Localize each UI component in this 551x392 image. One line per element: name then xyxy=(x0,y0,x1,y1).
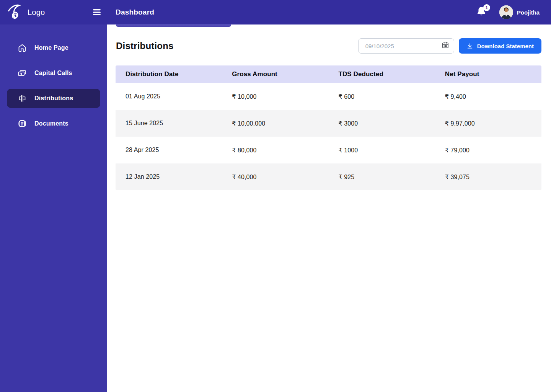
cell-distribution-date: 28 Apr 2025 xyxy=(116,147,222,154)
table-header-row: Distribution Date Gross Amount TDS Deduc… xyxy=(116,65,541,83)
cell-tds-deducted: ₹ 3000 xyxy=(329,120,435,127)
column-header-net-payout: Net Payout xyxy=(435,70,541,78)
sidebar-item-label: Capital Calls xyxy=(34,70,72,77)
sidebar-item-capital-calls[interactable]: Capital Calls xyxy=(7,64,100,83)
main-content: Distributions xyxy=(107,24,551,392)
notification-count-badge: 1 xyxy=(483,4,490,11)
cell-net-payout: ₹ 79,000 xyxy=(435,147,541,154)
cell-tds-deducted: ₹ 1000 xyxy=(329,147,435,154)
sidebar-item-label: Distributions xyxy=(34,95,73,102)
cell-distribution-date: 12 Jan 2025 xyxy=(116,173,222,180)
cell-distribution-date: 01 Aug 2025 xyxy=(116,93,222,100)
sidebar-item-documents[interactable]: Documents xyxy=(7,114,100,133)
cell-distribution-date: 15 June 2025 xyxy=(116,120,222,127)
user-avatar[interactable] xyxy=(499,5,513,19)
cell-tds-deducted: ₹ 925 xyxy=(329,173,435,181)
table-row[interactable]: 15 June 2025 ₹ 10,00,000 ₹ 3000 ₹ 9,97,0… xyxy=(116,110,541,137)
cell-gross-amount: ₹ 40,000 xyxy=(222,173,328,181)
banknote-icon xyxy=(18,69,27,78)
cell-gross-amount: ₹ 10,000 xyxy=(222,93,328,100)
logo-icon xyxy=(7,2,24,22)
sidebar-nav: Home Page Capital Calls Distributions xyxy=(0,24,107,392)
user-name: Poojitha xyxy=(517,9,540,16)
table-row[interactable]: 01 Aug 2025 ₹ 10,000 ₹ 600 ₹ 9,400 xyxy=(116,83,541,110)
cell-tds-deducted: ₹ 600 xyxy=(329,93,435,100)
logo-text: Logo xyxy=(28,8,45,17)
distributions-icon xyxy=(18,94,27,103)
content-header: Distributions xyxy=(107,24,551,54)
column-header-distribution-date: Distribution Date xyxy=(116,70,222,78)
page-title: Dashboard xyxy=(116,8,154,16)
download-statement-label: Download Statement xyxy=(477,43,534,49)
header-accent-strip xyxy=(116,24,231,27)
table-row[interactable]: 12 Jan 2025 ₹ 40,000 ₹ 925 ₹ 39,075 xyxy=(116,163,541,190)
notification-bell-icon[interactable]: 1 xyxy=(476,6,489,19)
cell-net-payout: ₹ 9,97,000 xyxy=(435,120,541,127)
distributions-table: Distribution Date Gross Amount TDS Deduc… xyxy=(116,65,541,190)
date-filter-field[interactable] xyxy=(358,38,454,54)
cell-gross-amount: ₹ 10,00,000 xyxy=(222,120,328,127)
cell-net-payout: ₹ 9,400 xyxy=(435,93,541,100)
table-row[interactable]: 28 Apr 2025 ₹ 80,000 ₹ 1000 ₹ 79,000 xyxy=(116,137,541,163)
section-heading: Distributions xyxy=(116,41,174,51)
hamburger-menu-icon[interactable] xyxy=(90,6,103,19)
home-icon xyxy=(18,43,27,52)
cell-net-payout: ₹ 39,075 xyxy=(435,173,541,181)
download-statement-button[interactable]: Download Statement xyxy=(459,38,541,54)
column-header-gross-amount: Gross Amount xyxy=(222,70,328,78)
header-actions: Download Statement xyxy=(358,38,541,54)
sidebar-item-label: Documents xyxy=(34,120,68,127)
date-input[interactable] xyxy=(365,43,442,49)
documents-icon xyxy=(18,119,27,128)
topbar-right: 1 Poojitha xyxy=(476,5,551,19)
cell-gross-amount: ₹ 80,000 xyxy=(222,147,328,154)
sidebar-item-home-page[interactable]: Home Page xyxy=(7,38,100,57)
calendar-icon[interactable] xyxy=(442,41,449,51)
top-header-bar: Logo Dashboard 1 Poojitha xyxy=(0,0,551,24)
sidebar-item-label: Home Page xyxy=(34,44,68,51)
download-icon xyxy=(466,42,473,49)
brand: Logo xyxy=(0,2,82,22)
sidebar-item-distributions[interactable]: Distributions xyxy=(7,89,100,108)
column-header-tds-deducted: TDS Deducted xyxy=(329,70,435,78)
